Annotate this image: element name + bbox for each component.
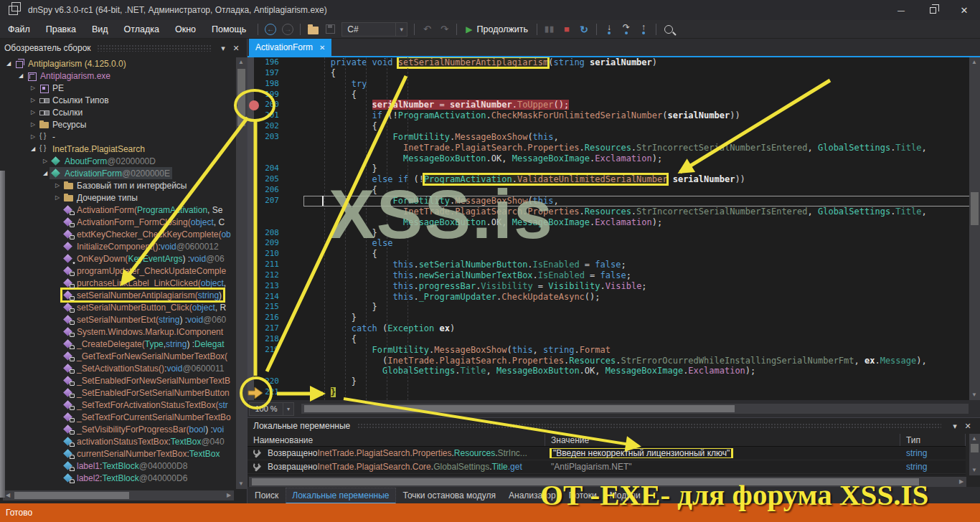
editor-horizontal-scrollbar[interactable] — [301, 404, 969, 414]
assembly-tree[interactable]: ◢Antiplagiarism (4.125.0.0)◢Antiplagiari… — [0, 57, 235, 489]
step-out-button[interactable]: ↑ — [636, 22, 651, 37]
step-over-button[interactable]: ↷ — [618, 22, 634, 37]
save-button[interactable] — [322, 22, 338, 37]
panel-menu-icon[interactable]: ▾ — [217, 44, 230, 53]
minimize-button[interactable] — [885, 0, 917, 20]
locals-row[interactable]: Возвращено InetTrade.PlagiatSearch.Prope… — [248, 447, 966, 460]
tab-activationform[interactable]: ActivationForm ✕ — [249, 39, 331, 56]
code-line[interactable]: GlobalSettings.Title, MessageBoxButton.O… — [248, 366, 980, 376]
language-select[interactable]: C# — [341, 22, 407, 37]
tab-close-icon[interactable]: ✕ — [319, 44, 325, 52]
tree-vertical-scrollbar[interactable]: ▲ ▼ — [236, 57, 247, 489]
tree-item[interactable]: InitializeComponent() : void @0600012 — [0, 240, 235, 252]
tree-expander-icon[interactable]: ▷ — [29, 133, 37, 140]
tree-expander-icon[interactable]: ◢ — [4, 60, 13, 67]
tree-item[interactable]: ▷Ссылки — [0, 106, 235, 118]
tree-item[interactable]: ActivationForm_FormClosing(object, C — [0, 216, 235, 228]
tree-expander-icon[interactable]: ◢ — [41, 170, 50, 176]
zoom-dropdown-icon[interactable] — [283, 402, 294, 416]
tree-item[interactable]: programUpdater_CheckUpdateComple — [0, 265, 235, 277]
tree-expander-icon[interactable]: ▷ — [29, 121, 37, 128]
code-line[interactable]: MessageBoxButton.OK, MessageBoxImage.Exc… — [248, 153, 980, 164]
code-line[interactable]: 217 catch (Exception ex) — [248, 323, 980, 334]
menu-Правка[interactable]: Правка — [38, 20, 84, 39]
code-line[interactable]: 211 this.setSerialNumberButton.IsEnabled… — [248, 260, 980, 270]
code-line[interactable]: 208 } — [248, 228, 980, 239]
tree-item[interactable]: ◢Antiplagiarism.exe — [0, 70, 235, 82]
tree-item[interactable]: ▷- — [0, 130, 235, 143]
code-line[interactable]: 213 this.progressBar.Visibility = Visibi… — [248, 281, 980, 292]
bottom-tab-Точки останова модуля[interactable]: Точки останова модуля — [397, 488, 502, 503]
tree-item[interactable]: currentSerialNumberTextBox : TextBox — [0, 447, 235, 460]
code-line[interactable]: 212 this.newSerialNumberTextBox.IsEnable… — [248, 270, 980, 281]
breakpoint-margin[interactable] — [248, 57, 254, 400]
bottom-tab-Анализатор[interactable]: Анализатор — [503, 488, 562, 503]
code-line[interactable]: (InetTrade.PlagiatSearch.Properties.Reso… — [248, 356, 980, 366]
redo-button[interactable]: ↷ — [436, 22, 452, 37]
code-editor[interactable]: 196 private void setSerialNumberAntiplag… — [248, 57, 980, 400]
restore-button[interactable] — [917, 0, 948, 20]
code-line[interactable]: 218 { — [248, 334, 980, 345]
column-type[interactable]: Тип — [900, 434, 966, 446]
open-button[interactable] — [305, 22, 321, 37]
tree-expander-icon[interactable]: ▷ — [53, 182, 62, 189]
tree-item[interactable]: setSerialNumberButton_Click(object, R — [0, 301, 235, 313]
code-line[interactable]: 215 } — [248, 302, 980, 313]
tree-horizontal-scrollbar[interactable]: ◀ ▶ — [3, 490, 234, 500]
tree-item[interactable]: ◢InetTrade.PlagiatSearch — [0, 143, 235, 155]
search-button[interactable] — [661, 22, 677, 37]
locals-close-icon[interactable]: ✕ — [961, 422, 974, 431]
code-line[interactable]: 206 { — [248, 185, 980, 196]
tree-item[interactable]: System.Windows.Markup.IComponent — [0, 326, 235, 338]
code-line[interactable]: 205 else if (!ProgramActivation.Validate… — [248, 174, 980, 185]
code-line[interactable]: 202 { — [248, 121, 980, 132]
tree-item[interactable]: setSerialNumberEtxt(string) : void @060 — [0, 313, 235, 326]
locals-row[interactable]: Возвращено InetTrade.PlagiatSearch.Core.… — [248, 460, 966, 474]
locals-vertical-scrollbar[interactable]: ▲ ▼ — [969, 434, 980, 475]
tree-item[interactable]: OnKeyDown(KeyEventArgs) : void @06 — [0, 252, 235, 265]
tree-expander-icon[interactable]: ▷ — [29, 109, 37, 115]
restart-button[interactable]: ↻ — [576, 22, 592, 37]
tree-item[interactable]: _SetActivattionStatus() : void @0600011 — [0, 362, 235, 374]
tree-item[interactable]: activationStatusTextBox : TextBox @040 — [0, 435, 235, 447]
tree-item[interactable]: ActivationForm(ProgramActivation, Se — [0, 204, 235, 216]
navigate-forward-button[interactable]: → — [280, 22, 296, 37]
code-line[interactable]: InetTrade.PlagiatSearch.Properties.Resou… — [248, 143, 980, 153]
code-line[interactable]: 198 try — [248, 79, 980, 90]
column-name[interactable]: Наименование — [248, 434, 545, 446]
tree-item[interactable]: purchaseLinkLabel_LinkClicked(object, — [0, 277, 235, 289]
code-line[interactable]: 214 this._ProgramUpdater.CheckUpdateAsyn… — [248, 292, 980, 303]
tree-item[interactable]: setSerialNumberAntiplagiarism(string) — [0, 289, 235, 301]
menu-Помощь[interactable]: Помощь — [204, 20, 254, 39]
locals-menu-icon[interactable]: ▾ — [948, 422, 961, 431]
bottom-tab-Локальные переменные[interactable]: Локальные переменные — [286, 488, 395, 503]
tree-item[interactable]: _SetEnabledForSetSerialNumberButton — [0, 386, 235, 399]
tree-expander-icon[interactable]: ▷ — [53, 194, 62, 201]
code-line[interactable]: 220 } — [248, 376, 980, 387]
tree-expander-icon[interactable]: ◢ — [17, 72, 25, 79]
editor-vertical-scrollbar[interactable]: ▲ ▼ — [969, 57, 980, 400]
tree-item[interactable]: etxtKeyChecker_CheckKeyComplete(ob — [0, 228, 235, 240]
code-line[interactable]: 221 } — [248, 387, 980, 398]
stop-button[interactable]: ■ — [559, 22, 575, 37]
navigate-back-button[interactable]: ← — [263, 22, 278, 37]
tree-item[interactable]: _SetEnabledForNewSerialNumberTextB — [0, 374, 235, 386]
locals-horizontal-scrollbar[interactable]: ▶ — [249, 477, 966, 487]
menu-Отладка[interactable]: Отладка — [116, 20, 167, 39]
bottom-tab-Поиск[interactable]: Поиск — [249, 488, 284, 503]
tree-item[interactable]: _CreateDelegate(Type, string) : Delegat — [0, 338, 235, 350]
code-line[interactable]: 201 if (!ProgramActivation.CheckMaskForU… — [248, 110, 980, 121]
bottom-tab-Модули[interactable]: Модули — [604, 488, 646, 503]
tree-item[interactable]: ▷Базовый тип и интерфейсы — [0, 179, 235, 191]
tree-item[interactable]: ▷AboutForm @0200000D — [0, 155, 235, 167]
continue-button[interactable]: ▶ Продолжить — [461, 22, 532, 37]
zoom-level-select[interactable]: 100 % — [249, 402, 283, 416]
code-line[interactable]: 216 } — [248, 313, 980, 323]
tree-item[interactable]: ◢ActivationForm @0200000E — [0, 167, 235, 179]
tree-expander-icon[interactable]: ▷ — [29, 97, 37, 103]
menu-Файл[interactable]: Файл — [0, 20, 38, 39]
tree-item[interactable]: _SetTextForActivationStatusTextBox(str — [0, 399, 235, 411]
code-line[interactable]: 209 else — [248, 238, 980, 249]
code-line[interactable]: 203 FormUtility.MessageBoxShow(this, — [248, 132, 980, 143]
undo-button[interactable]: ↶ — [419, 22, 435, 37]
